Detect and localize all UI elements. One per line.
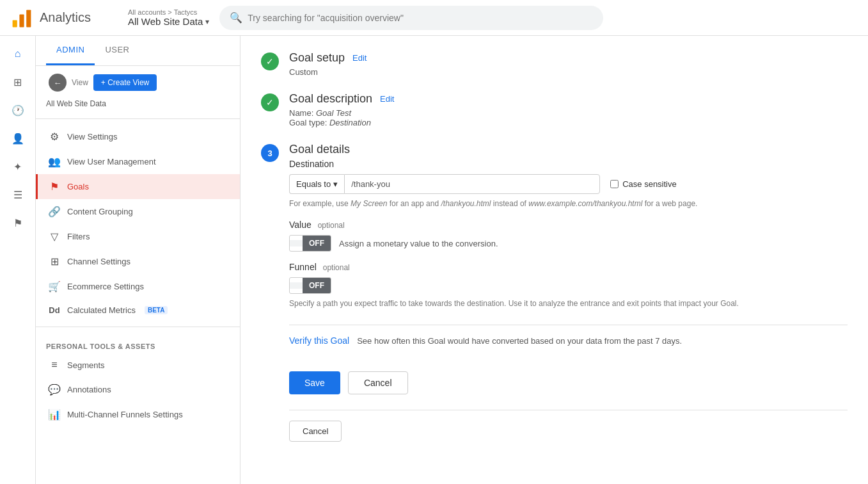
svg-rect-2 <box>26 10 31 27</box>
sidebar-item-content-grouping[interactable]: 🔗 Content Grouping <box>36 199 240 224</box>
nav-reports[interactable]: 🕐 <box>5 97 31 123</box>
value-toggle[interactable]: OFF <box>289 235 331 252</box>
sidebar-item-multi-channel[interactable]: 📊 Multi-Channel Funnels Settings <box>36 402 240 427</box>
create-view-button[interactable]: + Create View <box>93 74 157 91</box>
sidebar-item-goals[interactable]: ⚑ Goals <box>36 174 240 199</box>
goal-step-1: ✓ Goal setup Edit Custom <box>261 51 848 77</box>
flag-icon: ⚑ <box>13 217 22 229</box>
nav-data[interactable]: ☰ <box>5 182 31 207</box>
sidebar-item-label-ecommerce: Ecommerce Settings <box>67 282 144 291</box>
account-name-dropdown[interactable]: All Web Site Data ▾ <box>128 16 209 27</box>
dropdown-arrow-icon: ▾ <box>205 17 209 26</box>
cancel-button[interactable]: Cancel <box>348 371 408 394</box>
svg-rect-1 <box>19 14 24 27</box>
multi-channel-icon: 📊 <box>48 408 61 421</box>
funnel-optional: optional <box>323 263 350 272</box>
step-3-title: Goal details <box>289 143 350 156</box>
sidebar-item-label-calc-metrics: Calculated Metrics <box>67 305 136 315</box>
step-1-title: Goal setup <box>289 51 345 65</box>
filters-icon: ▽ <box>48 230 61 243</box>
step-2-type-value: Destination <box>329 118 371 127</box>
tab-admin[interactable]: ADMIN <box>46 36 95 65</box>
list-icon: ☰ <box>13 189 22 201</box>
star-icon: ✦ <box>13 161 22 173</box>
step-2-icon: ✓ <box>261 93 279 111</box>
assign-text: Assign a monetary value to the conversio… <box>339 239 498 248</box>
content-grouping-icon: 🔗 <box>48 206 61 218</box>
step-3-header: Goal details <box>289 143 848 156</box>
account-selector: All accounts > Tactycs All Web Site Data… <box>128 8 209 27</box>
analytics-logo <box>10 6 33 29</box>
step-1-content: Goal setup Edit Custom <box>289 51 848 77</box>
segments-icon: ≡ <box>48 359 61 371</box>
nav-users[interactable]: 👤 <box>5 125 31 151</box>
verify-desc: See how often this Goal would have conve… <box>357 336 682 346</box>
svg-rect-0 <box>13 20 17 27</box>
sidebar-item-filters[interactable]: ▽ Filters <box>36 224 240 249</box>
sidebar-item-ecommerce[interactable]: 🛒 Ecommerce Settings <box>36 274 240 299</box>
nav-connect[interactable]: ✦ <box>5 154 31 179</box>
goals-icon: ⚑ <box>48 181 61 193</box>
sidebar-item-view-settings[interactable]: ⚙ View Settings <box>36 124 240 149</box>
user-icon: 👤 <box>12 133 24 145</box>
step-2-title: Goal description <box>289 92 372 106</box>
icon-nav: ⌂ ⊞ 🕐 👤 ✦ ☰ ⚑ <box>0 36 36 484</box>
funnel-toggle-row: OFF <box>289 277 848 294</box>
sidebar-item-view-user-management[interactable]: 👥 View User Management <box>36 149 240 174</box>
ecommerce-icon: 🛒 <box>48 280 61 293</box>
step-2-name-value: Goal Test <box>316 108 351 118</box>
separator-line <box>289 325 848 325</box>
bottom-cancel-button[interactable]: Cancel <box>289 421 342 442</box>
case-sensitive-row: Case sensitive <box>610 179 677 189</box>
equals-label: Equals to <box>296 179 331 189</box>
action-row: Save Cancel <box>289 371 848 394</box>
funnel-toggle-on-side <box>290 282 303 289</box>
sidebar-item-calculated-metrics[interactable]: Dd Calculated Metrics BETA <box>36 299 240 321</box>
sidebar-item-channel-settings[interactable]: ⊞ Channel Settings <box>36 249 240 274</box>
verify-row: Verify this Goal See how often this Goal… <box>289 335 848 356</box>
search-input[interactable] <box>248 13 593 23</box>
back-button[interactable]: ← <box>49 74 67 92</box>
value-toggle-on-side <box>290 240 303 246</box>
sidebar-item-label-multi-channel: Multi-Channel Funnels Settings <box>67 410 183 419</box>
sidebar-item-label-content-grouping: Content Grouping <box>67 207 133 216</box>
nav-dashboard[interactable]: ⊞ <box>5 69 31 95</box>
save-button[interactable]: Save <box>289 371 340 394</box>
destination-hint: For example, use My Screen for an app an… <box>289 198 848 209</box>
destination-input[interactable] <box>344 174 600 194</box>
separator-line-2 <box>289 410 848 410</box>
sidebar-item-label-segments: Segments <box>67 360 105 370</box>
case-sensitive-checkbox[interactable] <box>610 180 619 188</box>
verify-goal-link[interactable]: Verify this Goal <box>289 335 349 346</box>
step-2-edit-link[interactable]: Edit <box>380 94 394 104</box>
main-layout: ⌂ ⊞ 🕐 👤 ✦ ☰ ⚑ ADMIN USER ← View <box>0 36 868 484</box>
step-1-edit-link[interactable]: Edit <box>352 53 367 63</box>
nav-flag[interactable]: ⚑ <box>5 210 31 236</box>
funnel-hint: Specify a path you expect traffic to tak… <box>289 298 848 309</box>
settings-icon: ⚙ <box>48 131 61 143</box>
sidebar-item-label-filters: Filters <box>67 232 90 241</box>
step-2-header: Goal description Edit <box>289 92 848 106</box>
value-toggle-off-label: OFF <box>303 236 331 251</box>
app-title: Analytics <box>40 10 91 25</box>
sidebar-item-label-view-settings: View Settings <box>67 132 118 141</box>
nav-home[interactable]: ⌂ <box>5 41 31 67</box>
funnel-toggle-off-label: OFF <box>303 278 331 293</box>
goal-details: Destination Equals to ▾ Case sensitive <box>289 159 848 442</box>
step-2-name: Name: Goal Test <box>289 108 848 118</box>
sidebar-item-annotations[interactable]: 💬 Annotations <box>36 377 240 402</box>
personal-tools-list: ≡ Segments 💬 Annotations 📊 Multi-Channel… <box>36 353 240 427</box>
tab-user[interactable]: USER <box>95 36 139 65</box>
sidebar-nav-list: ⚙ View Settings 👥 View User Management ⚑… <box>36 124 240 321</box>
logo-area: Analytics <box>10 6 113 29</box>
top-nav: Analytics All accounts > Tactycs All Web… <box>0 0 868 36</box>
step-2-type: Goal type: Destination <box>289 118 848 127</box>
view-header: ← View + Create View <box>36 66 240 99</box>
equals-dropdown[interactable]: Equals to ▾ <box>289 174 344 194</box>
sidebar-item-segments[interactable]: ≡ Segments <box>36 353 240 377</box>
funnel-toggle[interactable]: OFF <box>289 277 331 294</box>
step-1-header: Goal setup Edit <box>289 51 848 65</box>
goal-step-3: 3 Goal details Destination Equals to ▾ <box>261 143 848 442</box>
home-icon: ⌂ <box>15 48 21 60</box>
account-path: All accounts > Tactycs <box>128 8 209 16</box>
